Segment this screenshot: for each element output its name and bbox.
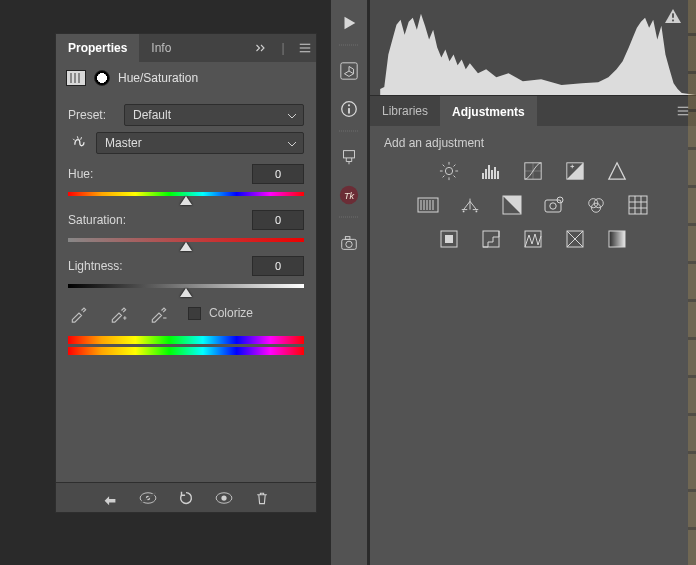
eyedropper-button[interactable] [68, 302, 90, 324]
properties-body: Preset: Default Master Hue: 0 [56, 94, 316, 366]
svg-line-25 [443, 165, 445, 167]
svg-text:Tk: Tk [344, 191, 355, 201]
eyedropper-add-button[interactable] [108, 302, 130, 324]
histogram-warning-icon[interactable] [664, 8, 682, 27]
svg-point-4 [221, 495, 226, 500]
adjustments-hint: Add an adjustment [384, 136, 682, 150]
reset-button[interactable] [175, 487, 197, 509]
chevron-down-icon [287, 108, 297, 122]
targeted-adjustment-tool[interactable] [68, 132, 90, 154]
svg-rect-42 [545, 200, 561, 212]
panel-divider: | [272, 37, 294, 59]
levels-icon[interactable] [479, 160, 503, 182]
tab-info[interactable]: Info [139, 34, 183, 62]
right-panel: Libraries Adjustments Add an adjustment [370, 96, 696, 565]
svg-point-40 [476, 211, 478, 213]
svg-point-39 [463, 211, 465, 213]
eyedropper-subtract-button[interactable] [148, 302, 170, 324]
svg-rect-55 [483, 231, 499, 247]
black-white-icon[interactable] [500, 194, 524, 216]
preset-dropdown[interactable]: Default [124, 104, 304, 126]
document-edge [688, 0, 696, 565]
hue-value-input[interactable]: 0 [252, 164, 304, 184]
tab-adjustments[interactable]: Adjustments [440, 96, 537, 126]
gradient-map-icon[interactable] [605, 228, 629, 250]
hue-saturation-adjustment-icon[interactable] [416, 194, 440, 216]
curves-icon[interactable] [521, 160, 545, 182]
histogram-graph [370, 0, 696, 95]
colorize-label: Colorize [209, 306, 253, 320]
svg-rect-54 [445, 235, 453, 243]
separator [335, 42, 364, 48]
photo-filter-icon[interactable] [542, 194, 566, 216]
toggle-visibility-button[interactable] [213, 487, 235, 509]
saturation-slider-group: Saturation: 0 [68, 210, 304, 242]
properties-footer [56, 482, 316, 512]
view-previous-state-button[interactable] [137, 487, 159, 509]
adjustment-icon-grid [384, 160, 682, 250]
svg-point-8 [348, 104, 350, 106]
camera-panel-icon[interactable] [334, 228, 364, 258]
hue-saturation-icon [66, 70, 86, 86]
vertical-tool-strip: Tk [330, 0, 368, 565]
output-color-range [68, 347, 304, 355]
svg-rect-19 [672, 20, 674, 22]
delete-adjustment-button[interactable] [251, 487, 273, 509]
clone-source-panel-icon[interactable] [334, 142, 364, 172]
hue-slider-thumb[interactable] [180, 196, 192, 205]
preset-label: Preset: [68, 108, 118, 122]
right-tabstrip: Libraries Adjustments [370, 96, 696, 126]
clip-to-layer-button[interactable] [99, 487, 121, 509]
collapse-panel-button[interactable] [250, 37, 272, 59]
brightness-contrast-icon[interactable] [437, 160, 461, 182]
lightness-value-input[interactable]: 0 [252, 256, 304, 276]
svg-rect-58 [609, 231, 625, 247]
histogram-panel [370, 0, 696, 96]
saturation-slider-thumb[interactable] [180, 242, 192, 251]
3d-panel-icon[interactable] [334, 56, 364, 86]
tk-plugin-icon[interactable]: Tk [334, 180, 364, 210]
threshold-icon[interactable] [521, 228, 545, 250]
lightness-slider-thumb[interactable] [180, 288, 192, 297]
adjustment-title: Hue/Saturation [118, 71, 198, 85]
saturation-label: Saturation: [68, 213, 252, 227]
tab-properties[interactable]: Properties [56, 34, 139, 62]
svg-line-27 [454, 165, 456, 167]
layer-mask-icon[interactable] [94, 70, 110, 86]
tab-libraries[interactable]: Libraries [370, 96, 440, 126]
panel-menu-button[interactable] [294, 37, 316, 59]
exposure-icon[interactable] [563, 160, 587, 182]
preset-value: Default [133, 108, 171, 122]
channel-mixer-icon[interactable] [584, 194, 608, 216]
separator [335, 128, 364, 134]
separator [335, 214, 364, 220]
posterize-icon[interactable] [479, 228, 503, 250]
colorize-checkbox[interactable] [188, 307, 201, 320]
svg-rect-17 [345, 237, 350, 240]
color-lookup-icon[interactable] [626, 194, 650, 216]
svg-point-20 [445, 167, 452, 174]
svg-rect-48 [629, 196, 647, 214]
saturation-slider[interactable] [68, 238, 304, 242]
invert-icon[interactable] [437, 228, 461, 250]
hue-label: Hue: [68, 167, 252, 181]
channel-value: Master [105, 136, 142, 150]
properties-tabstrip: Properties Info | [56, 34, 316, 62]
adjustments-body: Add an adjustment [370, 126, 696, 260]
svg-point-43 [550, 203, 556, 209]
properties-panel: Properties Info | Hue/Saturation Preset:… [55, 33, 317, 513]
vibrance-icon[interactable] [605, 160, 629, 182]
chevron-down-icon [287, 136, 297, 150]
info-panel-icon[interactable] [334, 94, 364, 124]
lightness-slider[interactable] [68, 284, 304, 288]
saturation-value-input[interactable]: 0 [252, 210, 304, 230]
lightness-slider-group: Lightness: 0 [68, 256, 304, 288]
svg-point-16 [346, 241, 352, 247]
channel-dropdown[interactable]: Master [96, 132, 304, 154]
color-balance-icon[interactable] [458, 194, 482, 216]
play-button[interactable] [334, 8, 364, 38]
lightness-label: Lightness: [68, 259, 252, 273]
hue-slider[interactable] [68, 192, 304, 196]
selective-color-icon[interactable] [563, 228, 587, 250]
hue-slider-group: Hue: 0 [68, 164, 304, 196]
